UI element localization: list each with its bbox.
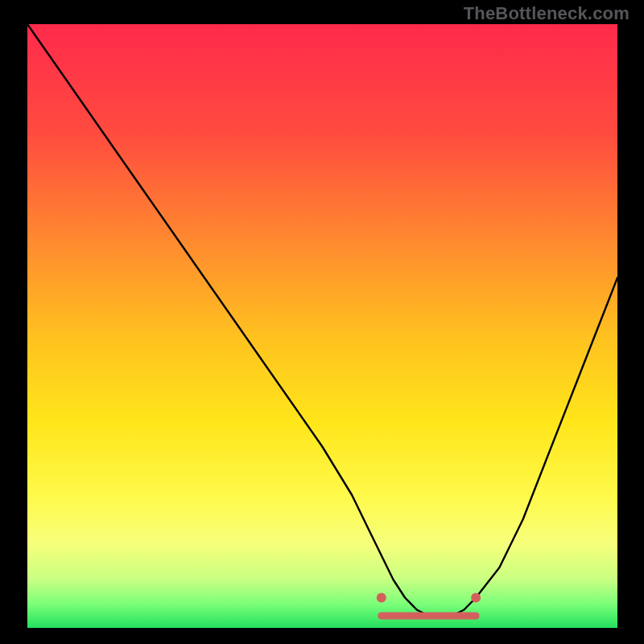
highlight-dot-0 — [377, 593, 386, 603]
chart-frame: TheBottleneck.com — [0, 0, 644, 644]
highlight-dot-1 — [471, 593, 481, 603]
plot-background — [27, 24, 617, 628]
chart-svg — [0, 0, 644, 644]
